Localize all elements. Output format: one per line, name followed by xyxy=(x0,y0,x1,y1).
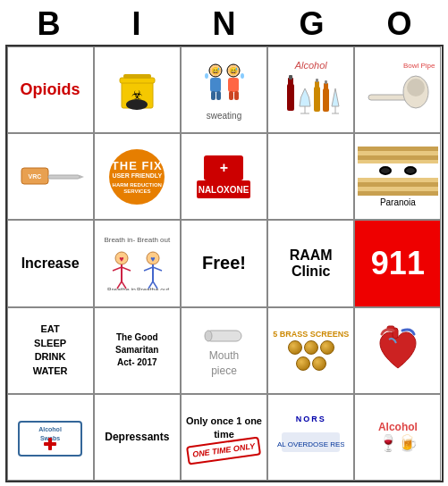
svg-text:Breathe out: Breathe out xyxy=(137,287,169,290)
svg-point-16 xyxy=(241,73,244,79)
paranoia-stripes xyxy=(358,147,438,196)
svg-rect-11 xyxy=(211,91,216,100)
svg-rect-9 xyxy=(210,78,221,92)
cell-sweating: 😅 😅 sweating xyxy=(181,46,267,133)
svg-text:😅: 😅 xyxy=(229,66,238,75)
cell-depressants: Depressants xyxy=(94,394,181,481)
biohazard-icon: ☣ xyxy=(113,65,162,114)
bowl-pipe-icon xyxy=(364,70,431,119)
left-eye xyxy=(379,166,392,175)
svg-rect-2 xyxy=(123,74,151,79)
nors-logo: NATIONAL OVERDOSE RESPONSE xyxy=(277,423,344,459)
heart-icon xyxy=(371,323,425,377)
coin-2 xyxy=(304,340,318,355)
naloxone-label: NALOXONE xyxy=(197,180,250,198)
coins-row xyxy=(288,340,334,355)
firstaid-box: + xyxy=(204,155,243,180)
cell-alcohol-top: Alcohol xyxy=(267,46,354,133)
coin-3 xyxy=(320,340,334,355)
cell-raam: RAAM Clinic xyxy=(267,220,354,306)
coin-4 xyxy=(296,356,310,371)
header-b: B xyxy=(9,5,89,43)
cell-free: Free! xyxy=(181,220,267,306)
svg-rect-22 xyxy=(314,87,320,112)
cell-breathe: Breath in- Breath out ♥ Breathe in ♥ Bre… xyxy=(94,220,181,306)
svg-text:♥: ♥ xyxy=(119,255,123,264)
svg-text:Breathe in: Breathe in xyxy=(107,287,136,290)
svg-rect-23 xyxy=(315,81,319,88)
cell-bowlpipe: Bowl Pipe xyxy=(354,46,441,133)
cell-biohazard: ☣ xyxy=(94,46,181,133)
svg-rect-14 xyxy=(234,91,239,100)
svg-line-51 xyxy=(153,267,162,271)
cell-opioids: Opioids xyxy=(7,46,94,133)
alcohol-top-label: Alcohol xyxy=(295,60,327,71)
bowlpipe-label: Bowl Pipe xyxy=(403,62,435,70)
fix-circle: THE FIX USER FRIENDLY HARM REDUCTION SER… xyxy=(109,149,165,205)
header-i: I xyxy=(97,5,177,43)
right-eye xyxy=(404,166,417,175)
svg-rect-27 xyxy=(325,80,327,84)
cell-increase: Increase xyxy=(7,220,94,306)
cell-alcoholswabs: Alcohol Swabs xyxy=(7,394,94,481)
svg-point-32 xyxy=(407,79,425,96)
cell-goodsam: The Good Samaritan Act- 2017 xyxy=(94,307,181,394)
cell-hallucinogen xyxy=(267,133,354,220)
cell-mouthpiece: Mouth piece xyxy=(181,307,267,394)
cell-syringe: VRC xyxy=(7,133,94,220)
swabs-icon: Alcohol Swabs xyxy=(17,417,84,457)
cell-thefix: THE FIX USER FRIENDLY HARM REDUCTION SER… xyxy=(94,133,181,220)
alcohol-glasses: 🍷🍺 xyxy=(378,433,418,453)
svg-rect-17 xyxy=(287,84,294,111)
nors-label: NORS xyxy=(296,415,326,423)
eyes-strip xyxy=(358,163,438,178)
svg-point-56 xyxy=(205,331,212,341)
brass-container: 5 BRASS SCREENS xyxy=(273,330,349,371)
svg-text:VRC: VRC xyxy=(28,173,41,180)
svg-text:NALOXONE: NALOXONE xyxy=(199,185,249,195)
svg-marker-36 xyxy=(80,175,84,179)
coins-row-2 xyxy=(296,356,326,371)
svg-rect-24 xyxy=(316,79,318,82)
cell-firstaid: + NALOXONE xyxy=(181,133,267,220)
paranoia-label: Paranoia xyxy=(380,197,416,207)
svg-rect-25 xyxy=(323,88,329,112)
header-o: O xyxy=(359,5,440,43)
svg-text:😅: 😅 xyxy=(211,66,220,75)
svg-text:Alcohol: Alcohol xyxy=(38,426,62,432)
sweating-icon: 😅 😅 xyxy=(199,60,249,109)
svg-line-42 xyxy=(113,267,122,271)
svg-rect-63 xyxy=(48,438,52,450)
svg-rect-10 xyxy=(228,78,239,92)
svg-rect-12 xyxy=(216,91,221,100)
cell-heart xyxy=(354,307,441,394)
svg-rect-19 xyxy=(289,75,292,80)
svg-text:♥: ♥ xyxy=(150,255,155,264)
bingo-header: B I N G O xyxy=(5,0,444,45)
svg-point-4 xyxy=(126,99,148,110)
mouthpiece-icon xyxy=(201,322,246,348)
header-n: N xyxy=(184,5,265,43)
coin-5 xyxy=(312,356,326,371)
svg-rect-13 xyxy=(229,91,233,100)
breathe-label: Breath in- Breath out xyxy=(104,236,170,244)
coin-1 xyxy=(288,340,302,355)
alcohol-bottles-icon xyxy=(280,71,342,120)
svg-rect-35 xyxy=(48,175,80,179)
cell-eatdrink: EAT SLEEP DRINK WATER xyxy=(7,307,94,394)
svg-line-43 xyxy=(122,267,131,271)
svg-line-50 xyxy=(144,267,153,271)
bingo-grid: Opioids ☣ 😅 😅 xyxy=(5,45,444,482)
cell-paranoia: Paranoia xyxy=(354,133,441,220)
sweating-label: sweating xyxy=(207,111,241,121)
svg-text:NATIONAL OVERDOSE RESPONSE: NATIONAL OVERDOSE RESPONSE xyxy=(277,440,344,448)
cell-911: 911 xyxy=(354,220,441,306)
cell-alcohol-bottom: Alcohol 🍷🍺 xyxy=(354,394,441,481)
breathe-icon: ♥ Breathe in ♥ Breathe out xyxy=(104,246,171,290)
cell-nors: NORS NATIONAL OVERDOSE RESPONSE xyxy=(267,394,354,481)
cell-onlyonce: Only once 1 one time ONE TIME ONLY xyxy=(181,394,267,481)
svg-rect-26 xyxy=(324,83,328,90)
alcohol-bot-label: Alcohol xyxy=(378,421,418,433)
brass-label: 5 BRASS SCREENS xyxy=(273,330,349,339)
syringe-icon: VRC xyxy=(17,150,84,204)
